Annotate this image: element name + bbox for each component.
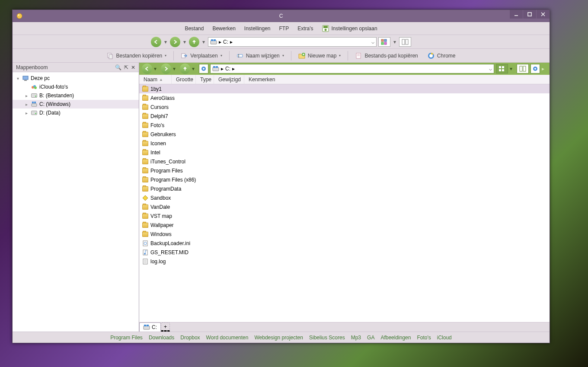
address-dropdown[interactable]: ⌵ <box>371 39 374 45</box>
tree-item-deze-pc[interactable]: ▾Deze pc <box>13 74 139 83</box>
nav-up-dropdown[interactable]: ▾ <box>201 37 206 47</box>
nav-up-button[interactable] <box>189 37 199 47</box>
tool-new-folder-label: Nieuwe map <box>308 53 337 59</box>
content-address-dropdown[interactable]: ⌵ <box>489 66 492 72</box>
file-row[interactable]: Cursors <box>139 102 550 112</box>
file-list[interactable]: 1by1AeroGlassCursorsDelphi7Foto'sGebruik… <box>139 84 550 322</box>
file-row[interactable]: Delphi7 <box>139 112 550 121</box>
tree-view[interactable]: ▾Deze pciCloud-foto's▸B: (Bestanden)▸C: … <box>13 72 139 332</box>
file-row[interactable]: 1by1 <box>139 84 550 93</box>
favorite-link-foto-s[interactable]: Foto's <box>417 335 431 341</box>
file-row[interactable]: VanDale <box>139 202 550 211</box>
view-dropdown-1[interactable]: ▾ <box>392 37 397 47</box>
content-back-dropdown[interactable]: ▾ <box>154 66 159 72</box>
nav-back-dropdown[interactable]: ▾ <box>163 37 168 47</box>
column-type[interactable]: Type <box>196 75 214 84</box>
tool-copy-files[interactable]: Bestanden kopiëren ▾ <box>104 51 169 61</box>
file-row[interactable]: GS_RESET.MID <box>139 248 550 257</box>
column-gewijzigd[interactable]: Gewijzigd <box>214 75 244 84</box>
expander-icon[interactable]: ▸ <box>26 93 31 98</box>
tab-add-button[interactable]: + <box>161 322 170 332</box>
menu-instellingen[interactable]: Instellingen <box>241 24 274 33</box>
content-breadcrumb-drive[interactable]: C: <box>225 66 230 72</box>
file-row[interactable]: VST map <box>139 211 550 220</box>
favorite-link-word-documenten[interactable]: Word documenten <box>206 335 249 341</box>
file-row[interactable]: iTunes_Control <box>139 157 550 166</box>
favorite-link-program-files[interactable]: Program Files <box>110 335 143 341</box>
file-row[interactable]: log.log <box>139 257 550 266</box>
content-up-button[interactable] <box>180 64 190 74</box>
view-button-2[interactable] <box>399 37 411 47</box>
column-kenmerken[interactable]: Kenmerken <box>244 75 550 84</box>
tree-search-icon[interactable]: 🔍 <box>115 64 121 70</box>
file-row[interactable]: Program Files (x86) <box>139 175 550 184</box>
file-row[interactable]: Iconen <box>139 139 550 148</box>
content-breadcrumb-sep2[interactable]: ▸ <box>232 66 235 72</box>
menu-bewerken[interactable]: Bewerken <box>209 24 239 33</box>
favorite-link-dropbox[interactable]: Dropbox <box>180 335 200 341</box>
file-row[interactable]: Foto's <box>139 121 550 130</box>
minimize-button[interactable] <box>510 10 523 19</box>
content-back-button[interactable] <box>142 64 152 74</box>
column-naam[interactable]: Naam▲ <box>139 75 172 84</box>
expander-icon[interactable]: ▾ <box>17 76 22 81</box>
file-row[interactable]: Intel <box>139 148 550 157</box>
content-gear-button[interactable] <box>530 64 540 73</box>
content-address-bar[interactable]: ▸ C: ▸ ⌵ <box>210 64 494 73</box>
address-bar[interactable]: ▸ C: ▸ ⌵ <box>208 37 377 47</box>
file-row[interactable]: Windows <box>139 230 550 239</box>
expander-icon[interactable]: ▸ <box>26 102 31 107</box>
breadcrumb-sep2[interactable]: ▸ <box>230 39 233 45</box>
nav-forward-dropdown[interactable]: ▾ <box>182 37 187 47</box>
tree-item-icloud-foto-s[interactable]: iCloud-foto's <box>13 83 139 91</box>
content-breadcrumb-sep[interactable]: ▸ <box>221 66 224 72</box>
close-button[interactable] <box>537 10 550 19</box>
nav-forward-button[interactable] <box>170 37 180 47</box>
tool-chrome[interactable]: Chrome <box>425 51 458 61</box>
favorite-link-downloads[interactable]: Downloads <box>149 335 174 341</box>
file-row[interactable]: ProgramData <box>139 184 550 193</box>
tree-item-d-data-[interactable]: ▸D: (Data) <box>13 109 139 117</box>
tool-copy-path[interactable]: Bestands-pad kopiëren <box>352 51 420 61</box>
file-row[interactable]: Wallpaper <box>139 220 550 230</box>
tool-move[interactable]: Verplaatsen ▾ <box>178 51 224 61</box>
menu-extras[interactable]: Extra's <box>294 24 316 33</box>
tree-pin-icon[interactable]: ⇱ <box>124 64 128 70</box>
file-row[interactable]: AeroGlass <box>139 93 550 102</box>
expander-icon[interactable]: ▸ <box>26 111 31 115</box>
content-forward-dropdown[interactable]: ▾ <box>173 66 178 72</box>
tree-item-c-windows-[interactable]: ▸C: (Windows) <box>13 100 139 109</box>
nav-back-button[interactable] <box>151 37 161 47</box>
content-view-split[interactable] <box>517 64 529 73</box>
favorite-link-webdesign-projecten[interactable]: Webdesign projecten <box>254 335 303 341</box>
content-forward-button[interactable] <box>161 64 171 74</box>
menu-ftp[interactable]: FTP <box>276 24 293 33</box>
favorite-link-ga[interactable]: GA <box>367 335 374 341</box>
content-play-button[interactable]: ▸ <box>542 66 547 72</box>
menu-bestand[interactable]: Bestand <box>181 24 207 33</box>
tree-item-b-bestanden-[interactable]: ▸B: (Bestanden) <box>13 91 139 100</box>
content-settings-button[interactable] <box>199 64 208 73</box>
tab-drive-c[interactable]: C: <box>139 322 161 332</box>
menu-save-settings[interactable]: Instellingen opslaan <box>319 23 381 34</box>
maximize-button[interactable] <box>523 10 536 19</box>
file-row[interactable]: Gebruikers <box>139 130 550 139</box>
file-row[interactable]: Sandbox <box>139 193 550 202</box>
favorite-link-icloud[interactable]: iCloud <box>437 335 452 341</box>
file-row[interactable]: BackupLoader.ini <box>139 239 550 248</box>
favorite-link-afbeeldingen[interactable]: Afbeeldingen <box>380 335 411 341</box>
content-up-dropdown[interactable]: ▾ <box>192 66 197 72</box>
breadcrumb-sep[interactable]: ▸ <box>219 39 221 45</box>
content-view-dropdown[interactable]: ▾ <box>510 66 515 72</box>
favorite-link-mp3[interactable]: Mp3 <box>351 335 361 341</box>
view-button-1[interactable] <box>378 37 390 47</box>
tool-rename[interactable]: Naam wijzigen ▾ <box>234 51 287 61</box>
titlebar[interactable]: C <box>13 10 550 22</box>
content-view-icons[interactable] <box>496 64 508 73</box>
breadcrumb-drive[interactable]: C: <box>223 39 228 45</box>
file-row[interactable]: Program Files <box>139 166 550 175</box>
favorite-link-sibelius-scores[interactable]: Sibelius Scores <box>309 335 345 341</box>
tree-close-icon[interactable]: ✕ <box>131 64 135 70</box>
column-grootte[interactable]: Grootte <box>172 75 196 84</box>
tool-new-folder[interactable]: Nieuwe map ▾ <box>296 51 344 61</box>
